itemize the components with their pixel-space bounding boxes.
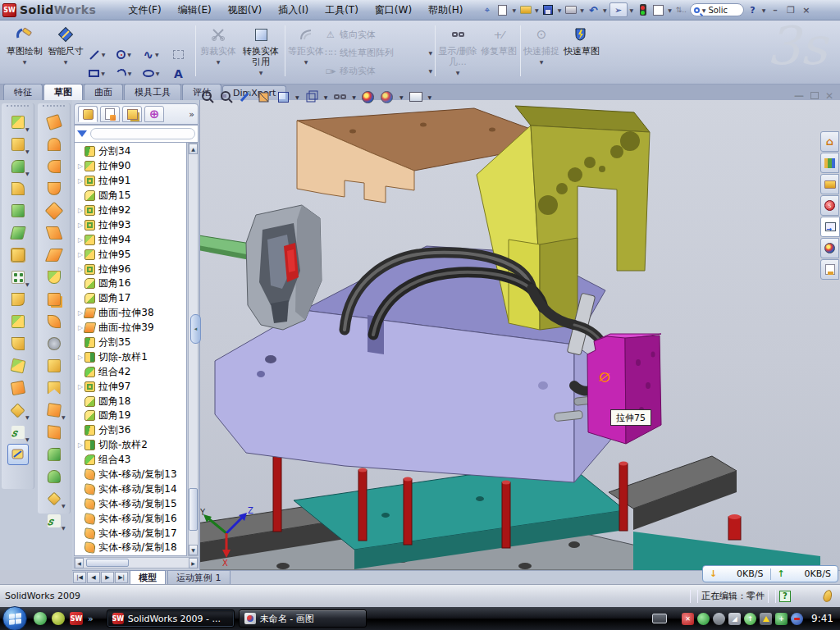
linear-pattern-button[interactable]: ∷∷线性草图阵列▼ bbox=[325, 43, 433, 62]
combine-bodies-icon[interactable] bbox=[7, 311, 29, 332]
smart-dimension-dropdown[interactable]: ▼ bbox=[64, 57, 68, 67]
scene-dropdown[interactable]: ▼ bbox=[399, 94, 404, 100]
tab-file-explorer[interactable] bbox=[820, 174, 839, 194]
tree-vertical-scrollbar[interactable]: ▲ ▼ bbox=[188, 143, 199, 556]
tree-item[interactable]: 实体-移动/复制16 bbox=[75, 511, 186, 526]
options-list-icon[interactable] bbox=[651, 3, 665, 16]
core-icon[interactable] bbox=[43, 444, 65, 465]
zoom-area-icon[interactable] bbox=[219, 89, 234, 104]
scrollbar-thumb[interactable] bbox=[86, 559, 129, 567]
ruled-surface-icon[interactable] bbox=[43, 311, 65, 332]
tray-security-plus-icon[interactable]: + bbox=[775, 613, 788, 625]
cylinder-body-icon[interactable] bbox=[43, 466, 65, 487]
property-manager-tab[interactable] bbox=[100, 106, 120, 122]
split-body-icon[interactable]: ▼ bbox=[43, 488, 65, 509]
tree-item[interactable]: ▷拉伸97 bbox=[75, 379, 186, 394]
ellipse-tool-icon[interactable]: ▼ bbox=[138, 64, 165, 83]
quick-launch-more-chevron[interactable]: » bbox=[88, 614, 94, 624]
tree-item[interactable]: 圆角19 bbox=[75, 409, 186, 423]
expand-arrow[interactable]: ▷ bbox=[76, 383, 84, 390]
tab-appearances-scenes[interactable] bbox=[820, 238, 839, 258]
move-entities-button[interactable]: ▫▸移动实体▼ bbox=[325, 62, 433, 80]
toolbar-overflow-icon[interactable]: ⇅.. bbox=[674, 3, 688, 16]
scroll-right-arrow[interactable]: ▶ bbox=[189, 558, 198, 568]
scroll-up-arrow[interactable]: ▲ bbox=[189, 144, 198, 154]
expand-arrow[interactable]: ▷ bbox=[76, 162, 84, 170]
tab-solidworks-resources[interactable]: ⌂ bbox=[820, 131, 839, 152]
arc-tool-icon[interactable]: ▼ bbox=[111, 64, 138, 83]
reference-curve-icon[interactable]: 𝘴▼ bbox=[7, 422, 29, 443]
quick-launch-messenger-icon[interactable] bbox=[34, 612, 47, 625]
pattern-icon[interactable]: ▼ bbox=[7, 267, 29, 288]
tree-item[interactable]: 圆角15 bbox=[75, 189, 186, 203]
tree-item[interactable]: ▷拉伸96 bbox=[75, 262, 186, 276]
tree-item[interactable]: 实体-移动/复制13 bbox=[75, 468, 186, 482]
thicken-icon[interactable] bbox=[43, 289, 65, 310]
panel-splitter-handle[interactable]: ◂ bbox=[190, 314, 201, 344]
tree-item[interactable]: ▷拉伸94 bbox=[75, 232, 186, 247]
menu-view[interactable]: 视图(V) bbox=[221, 1, 270, 20]
sketch-dropdown[interactable]: ▼ bbox=[23, 57, 27, 67]
parting-surface-icon[interactable]: ▼ bbox=[43, 399, 65, 421]
tray-volume-icon[interactable]: ◢ bbox=[728, 613, 741, 625]
shell-icon[interactable] bbox=[7, 200, 29, 221]
3d-exploded-assembly[interactable]: ∅ Y Z X bbox=[200, 100, 840, 570]
tray-sync-blocked-icon[interactable] bbox=[791, 613, 803, 625]
revolve-boss-icon[interactable]: ▼ bbox=[7, 134, 29, 155]
tree-item[interactable]: 圆角17 bbox=[75, 291, 186, 306]
move-entities-dropdown[interactable]: ▼ bbox=[428, 68, 432, 74]
doc-restore-button[interactable] bbox=[810, 92, 819, 99]
new-file-icon[interactable] bbox=[495, 3, 509, 16]
chamfer-icon[interactable] bbox=[7, 178, 29, 199]
text-tool-icon[interactable]: A bbox=[165, 64, 192, 83]
convert-dropdown[interactable]: ▼ bbox=[259, 67, 263, 78]
search-dropdown[interactable]: ▼ bbox=[702, 7, 706, 13]
tray-sync-icon[interactable]: ↑ bbox=[744, 613, 756, 625]
menu-insert[interactable]: 插入(I) bbox=[271, 1, 316, 20]
menu-help[interactable]: 帮助(H) bbox=[421, 1, 470, 20]
tree-item[interactable]: 分割34 bbox=[75, 144, 186, 159]
open-dropdown[interactable]: ▼ bbox=[535, 7, 539, 13]
search-input[interactable]: ▼Solic bbox=[690, 3, 744, 16]
swept-surface-icon[interactable] bbox=[43, 112, 65, 133]
tree-item[interactable]: ▷拉伸90 bbox=[75, 159, 186, 174]
tree-filter-input[interactable] bbox=[90, 128, 195, 139]
boundary-surface-icon[interactable] bbox=[43, 200, 65, 221]
expand-arrow[interactable]: ▷ bbox=[76, 221, 84, 229]
expand-arrow[interactable]: ▷ bbox=[76, 236, 84, 244]
start-button[interactable] bbox=[2, 606, 27, 630]
tree-item[interactable]: ▷拉伸95 bbox=[75, 247, 186, 262]
tray-shield-icon[interactable] bbox=[697, 613, 710, 625]
rapid-sketch-button[interactable]: 快速草图 bbox=[563, 23, 600, 80]
menu-edit[interactable]: 编辑(E) bbox=[171, 1, 219, 20]
parting-line-icon[interactable] bbox=[43, 355, 65, 377]
window-close-button[interactable]: × bbox=[799, 4, 813, 16]
keyboard-layout-icon[interactable] bbox=[652, 614, 667, 623]
shut-off-surface-icon[interactable] bbox=[43, 377, 65, 399]
slide-block-gray[interactable] bbox=[200, 205, 322, 330]
display-style-icon[interactable] bbox=[276, 89, 290, 104]
tab-search[interactable]: S bbox=[820, 195, 839, 216]
save-icon[interactable] bbox=[541, 3, 555, 16]
scroll-left-arrow[interactable]: ◀ bbox=[75, 558, 84, 568]
join-icon[interactable] bbox=[7, 355, 29, 377]
options-dropdown[interactable]: ▼ bbox=[668, 7, 672, 13]
view-settings-dropdown[interactable]: ▼ bbox=[428, 94, 432, 100]
menu-tools[interactable]: 工具(T) bbox=[317, 1, 366, 20]
circle-tool-icon[interactable]: ▼ bbox=[111, 45, 138, 64]
tray-update-icon[interactable] bbox=[713, 613, 725, 625]
magic-wand-icon[interactable] bbox=[238, 89, 253, 104]
toolbar-grip[interactable] bbox=[43, 105, 65, 110]
taskbar-window-paint[interactable]: 未命名 - 画图 bbox=[239, 609, 367, 628]
doc-close-button[interactable]: ✕ bbox=[825, 90, 833, 102]
view-orientation-icon[interactable] bbox=[304, 89, 319, 104]
convert-entities-button[interactable]: 转换实体引用 ▼ bbox=[240, 23, 281, 80]
tree-item[interactable]: ▷拉伸92 bbox=[75, 203, 186, 218]
quick-launch-solidworks-icon[interactable]: SW bbox=[70, 612, 83, 625]
revolved-surface-icon[interactable] bbox=[43, 134, 65, 155]
trim-dropdown[interactable]: ▼ bbox=[217, 57, 221, 67]
doc-minimize-button[interactable]: — bbox=[794, 90, 804, 102]
tree-item[interactable]: 实体-移动/复制17 bbox=[75, 526, 186, 541]
appearances-icon[interactable] bbox=[361, 89, 376, 104]
tray-antivirus-icon[interactable]: ✕ bbox=[682, 613, 694, 625]
